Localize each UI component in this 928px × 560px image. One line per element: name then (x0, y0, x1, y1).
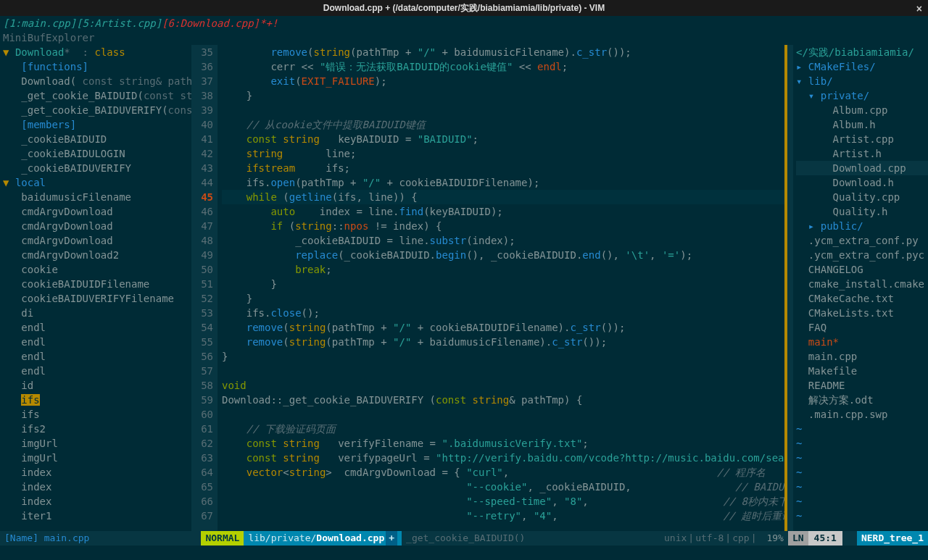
tag-member[interactable]: _cookieBAIDUID (21, 133, 107, 145)
tag-func-download[interactable]: Download( (21, 75, 76, 87)
status-percent: 19% (762, 531, 787, 546)
statusline: [Name] main.cpp NORMAL lib/private/Downl… (0, 531, 928, 546)
nerd-root[interactable]: </实践/biabiamiamia/ (796, 46, 914, 58)
tag-local[interactable]: endl (21, 336, 46, 348)
tag-class-download[interactable]: Download (15, 46, 64, 58)
tag-local[interactable]: imgUrl (21, 452, 58, 464)
status-tagbar-name: [Name] main.cpp (0, 531, 94, 546)
tag-local[interactable]: cookieBAIDUVERIFYFilename (21, 293, 174, 304)
current-line-number: 45 (191, 190, 213, 204)
minibuf-explorer-label: MiniBufExplorer (0, 30, 928, 45)
buffer-tabline: [1:main.cpp] [5:Artist.cpp] [6:Download.… (0, 16, 928, 30)
buffer-tab-main[interactable]: [1:main.cpp] (3, 16, 76, 30)
nerd-file[interactable]: Artist.h (833, 148, 882, 159)
buffer-tab-download[interactable]: [6:Download.cpp]*+! (162, 16, 278, 30)
nerd-file[interactable]: CHANGELOG (808, 264, 863, 275)
status-fileinfo: unix | utf-8 | cpp | (660, 531, 762, 546)
nerd-file[interactable]: .ycm_extra_conf.py (808, 235, 919, 246)
tag-local[interactable]: index (21, 496, 51, 507)
tag-local[interactable]: cookieBAIDUIDFilename (21, 278, 149, 290)
scrollbar-indicator (784, 45, 787, 531)
nerd-file[interactable]: 解决方案.odt (808, 394, 874, 406)
nerd-file[interactable]: CMakeLists.txt (808, 307, 894, 319)
modified-icon: + (386, 531, 397, 546)
tag-func-get-baiduverify[interactable]: _get_cookie_BAIDUVERIFY( (21, 104, 167, 116)
code-editor[interactable]: remove(string(pathTmp + "/" + baidumusic… (218, 45, 787, 531)
status-mode: NORMAL (201, 531, 244, 546)
nerd-file[interactable]: cmake_install.cmake (808, 278, 924, 290)
nerd-dir[interactable]: lib/ (808, 75, 833, 87)
tag-local[interactable]: endl (21, 351, 46, 362)
tag-local[interactable]: index (21, 467, 51, 478)
tag-local[interactable]: ifs2 (21, 423, 46, 435)
window-title: Download.cpp + (/data/computer/实践/biabia… (323, 1, 605, 15)
tag-local[interactable]: baidumusicFilename (21, 191, 131, 203)
tag-member[interactable]: _cookieBAIDUVERIFY (21, 162, 131, 174)
tag-local[interactable]: cmdArgvDownload (21, 220, 112, 232)
tag-local[interactable]: ifs (21, 409, 39, 420)
nerd-file[interactable]: Quality.h (833, 206, 888, 217)
nerd-file[interactable]: Album.cpp (833, 104, 888, 116)
status-position: 45:1 (808, 531, 842, 546)
status-function: _get_cookie_BAIDUID() (402, 531, 529, 546)
nerd-dir[interactable]: CMakeFiles/ (808, 61, 876, 72)
nerd-file[interactable]: FAQ (808, 322, 826, 333)
tag-local[interactable]: cmdArgvDownload (21, 206, 112, 217)
tag-local-current[interactable]: ifs (21, 394, 39, 406)
tag-local[interactable]: iter1 (21, 510, 51, 522)
status-filepath: lib/private/Download.cpp+ (244, 531, 402, 546)
status-nerdtree: NERD_tree_1 (857, 531, 928, 546)
tagbar-panel[interactable]: ▼ Download* : class [functions] Download… (0, 45, 191, 531)
tag-func-get-baiduid[interactable]: _get_cookie_BAIDUID( (21, 90, 144, 101)
nerd-file[interactable]: Artist.cpp (833, 133, 894, 145)
line-number-gutter: 35363738394041424344 45 4647484950515253… (191, 45, 218, 531)
nerd-file[interactable]: main.cpp (808, 351, 857, 362)
tag-local[interactable]: id (21, 380, 33, 391)
current-line: while (getline(ifs, line)) { (222, 190, 787, 204)
nerd-file[interactable]: Makefile (808, 365, 857, 377)
nerd-file[interactable]: .ycm_extra_conf.pyc (808, 249, 924, 261)
nerd-file-modified[interactable]: main* (808, 336, 839, 348)
tag-local[interactable]: cookie (21, 264, 58, 275)
tag-local[interactable]: di (21, 307, 33, 319)
tag-local[interactable]: endl (21, 365, 46, 377)
nerdtree-panel[interactable]: </实践/biabiamiamia/ ▸ CMakeFiles/ ▾ lib/ … (793, 45, 928, 531)
nerd-dir[interactable]: public/ (821, 220, 863, 232)
nerd-file-current[interactable]: Download.cpp (833, 162, 906, 174)
nerd-file[interactable]: CMakeCache.txt (808, 293, 894, 304)
nerd-file[interactable]: Download.h (833, 177, 894, 188)
nerd-file[interactable]: Album.h (833, 119, 876, 130)
tag-local[interactable]: index (21, 481, 51, 493)
tag-section-members[interactable]: [members] (21, 119, 76, 130)
command-line[interactable] (0, 546, 928, 560)
tag-local[interactable]: cmdArgvDownload2 (21, 249, 119, 261)
nerd-file[interactable]: .main.cpp.swp (808, 409, 888, 420)
window-titlebar: Download.cpp + (/data/computer/实践/biabia… (0, 0, 928, 16)
tag-section-functions[interactable]: [functions] (21, 61, 88, 72)
tag-member[interactable]: _cookieBAIDULOGIN (21, 148, 125, 159)
tag-local[interactable]: imgUrl (21, 438, 58, 449)
tag-local[interactable]: cmdArgvDownload (21, 235, 112, 246)
nerd-file[interactable]: Quality.cpp (833, 191, 900, 203)
status-ln-label: LN (788, 531, 808, 546)
buffer-tab-artist[interactable]: [5:Artist.cpp] (76, 16, 162, 30)
close-icon[interactable]: × (916, 1, 922, 16)
tag-section-local[interactable]: local (15, 177, 46, 188)
nerd-dir[interactable]: private/ (821, 90, 869, 101)
tag-local[interactable]: endl (21, 322, 46, 333)
nerd-file[interactable]: README (808, 380, 845, 391)
